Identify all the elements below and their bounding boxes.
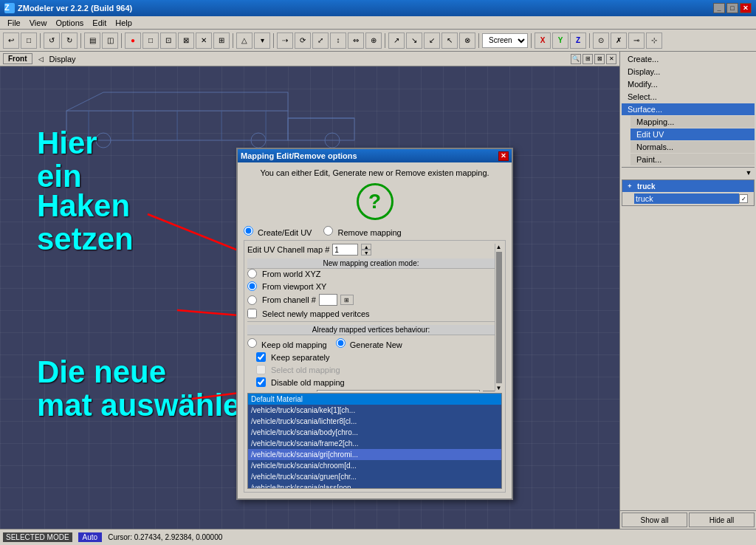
minimize-button[interactable]: _	[713, 3, 725, 13]
toolbar-btn-26[interactable]: ⊸	[628, 32, 645, 49]
force-material-select[interactable]: Default Material	[317, 390, 480, 391]
remove-mapping-radio[interactable]	[323, 226, 333, 236]
keep-separately-checkbox[interactable]	[256, 352, 266, 362]
toolbar-btn-10[interactable]: ✕	[196, 32, 212, 49]
toolbar-btn-1[interactable]: ↩	[3, 32, 19, 49]
material-item-2[interactable]: /vehicle/truck/scania/lichter8[cl...	[248, 416, 501, 427]
toolbar-btn-22[interactable]: ↖	[441, 32, 458, 49]
toolbar-btn-5[interactable]: ▤	[84, 32, 100, 49]
toolbar-btn-8[interactable]: ⊡	[160, 32, 176, 49]
toolbar-btn-12[interactable]: ▾	[254, 32, 270, 49]
channel-spin-up[interactable]: ▲	[361, 244, 371, 250]
toolbar-btn-z[interactable]: Z	[570, 32, 586, 49]
toolbar-btn-27[interactable]: ⊹	[646, 32, 662, 49]
remove-mapping-option[interactable]: Remove mapping	[323, 226, 401, 237]
panel-normals-btn[interactable]: Normals...	[630, 141, 755, 153]
from-chanell-radio[interactable]	[247, 295, 257, 305]
toolbar-btn-2[interactable]: □	[21, 32, 37, 49]
from-viewport-xy-row: From viewport XY	[247, 281, 495, 291]
vp-icon-1[interactable]: ⊞	[583, 54, 593, 64]
create-edit-uv-option[interactable]: Create/Edit UV	[244, 226, 312, 237]
menu-bar: File View Options Edit Help	[0, 16, 756, 30]
toolbar-btn-7[interactable]: □	[142, 32, 159, 49]
from-world-xyz-radio[interactable]	[247, 269, 257, 278]
toolbar-btn-6[interactable]: ◫	[102, 32, 118, 49]
from-viewport-xy-radio[interactable]	[247, 281, 257, 291]
toolbar-btn-16[interactable]: ↕	[330, 32, 346, 49]
create-edit-uv-radio[interactable]	[244, 226, 253, 236]
dialog-close-button[interactable]: ✕	[498, 151, 509, 161]
chanell-btn[interactable]: ⊞	[340, 295, 354, 305]
panel-display-btn[interactable]: Display...	[622, 66, 755, 78]
toolbar-btn-18[interactable]: ⊕	[365, 32, 382, 49]
menu-help[interactable]: Help	[111, 18, 137, 28]
keep-old-option[interactable]: Keep old mapping	[247, 338, 327, 349]
scroll-up-btn[interactable]: ▲	[496, 244, 502, 250]
toolbar-btn-11[interactable]: ⊞	[213, 32, 230, 49]
toolbar-btn-14[interactable]: ⟳	[295, 32, 311, 49]
dialog-scrollbar[interactable]: ▲ ▼	[495, 244, 502, 391]
material-item-1[interactable]: /vehicle/truck/scania/kek[1][ch...	[248, 405, 501, 416]
select-old-checkbox[interactable]	[256, 365, 266, 374]
channel-spin-down[interactable]: ▼	[361, 250, 371, 256]
toolbar-btn-24[interactable]: ⊙	[593, 32, 609, 49]
show-all-button[interactable]: Show all	[622, 513, 687, 527]
tree-item-truck[interactable]: truck ✓	[622, 192, 754, 205]
panel-modify-btn[interactable]: Modify...	[622, 78, 755, 90]
tree-item-checkbox[interactable]: ✓	[739, 194, 748, 203]
material-list[interactable]: Default Material /vehicle/truck/scania/k…	[247, 393, 502, 489]
disable-old-checkbox[interactable]	[256, 377, 266, 387]
menu-edit[interactable]: Edit	[88, 18, 111, 28]
toolbar-btn-triangle[interactable]: △	[236, 32, 252, 49]
screen-dropdown[interactable]: Screen	[482, 33, 528, 48]
toolbar-btn-20[interactable]: ↘	[406, 32, 422, 49]
material-item-5[interactable]: /vehicle/truck/scania/gri[chromi...	[248, 449, 501, 460]
toolbar-btn-3[interactable]: ↺	[44, 32, 60, 49]
maximize-button[interactable]: □	[726, 3, 738, 13]
scroll-down-btn[interactable]: ▼	[496, 385, 502, 391]
generate-new-option[interactable]: Generate New	[336, 338, 402, 349]
toolbar-btn-y[interactable]: Y	[552, 32, 568, 49]
panel-select-btn[interactable]: Select...	[622, 91, 755, 103]
material-item-8[interactable]: /vehicle/truck/scania/glass[non...	[248, 482, 501, 489]
panel-paint-btn[interactable]: Paint...	[630, 154, 755, 165]
toolbar-btn-19[interactable]: ↗	[388, 32, 405, 49]
panel-create-btn[interactable]: Create...	[622, 53, 755, 65]
toolbar-btn-4[interactable]: ↻	[61, 32, 78, 49]
toolbar-separator-4	[233, 33, 233, 48]
panel-surface-btn[interactable]: Surface...	[622, 103, 755, 115]
panel-scroll-down-icon[interactable]: ▼	[744, 169, 753, 176]
material-item-6[interactable]: /vehicle/truck/scania/chroom[d...	[248, 460, 501, 471]
toolbar-btn-13[interactable]: ⇢	[277, 32, 293, 49]
toolbar-btn-red-circle[interactable]: ●	[125, 32, 141, 49]
toolbar-btn-21[interactable]: ↙	[424, 32, 440, 49]
material-item-0[interactable]: Default Material	[248, 394, 501, 405]
vp-search-icon[interactable]: 🔍	[571, 54, 581, 64]
close-button[interactable]: ✕	[740, 3, 752, 13]
hide-all-button[interactable]: Hide all	[689, 513, 755, 527]
force-material-btn[interactable]: ▼	[483, 391, 495, 391]
panel-mapping-btn[interactable]: Mapping...	[630, 116, 755, 128]
toolbar-btn-9[interactable]: ⊠	[178, 32, 194, 49]
toolbar-btn-25[interactable]: ✗	[611, 32, 627, 49]
generate-new-radio[interactable]	[336, 338, 346, 348]
toolbar-btn-23[interactable]: ⊗	[459, 32, 475, 49]
toolbar-btn-17[interactable]: ⇔	[348, 32, 364, 49]
keep-old-radio[interactable]	[247, 338, 257, 348]
toolbar-btn-15[interactable]: ⤢	[312, 32, 329, 49]
menu-options[interactable]: Options	[51, 18, 88, 28]
menu-file[interactable]: File	[3, 18, 25, 28]
material-item-4[interactable]: /vehicle/truck/scania/frame2[ch...	[248, 438, 501, 449]
vp-icon-2[interactable]: ⊠	[594, 54, 605, 64]
tree-expand-icon[interactable]: +	[625, 182, 634, 190]
material-item-3[interactable]: /vehicle/truck/scania/body[chro...	[248, 427, 501, 438]
scroll-thumb[interactable]	[496, 252, 502, 383]
select-newly-checkbox[interactable]	[247, 309, 257, 318]
vp-icon-3[interactable]: ✕	[606, 54, 616, 64]
chanell-number-input[interactable]	[319, 294, 337, 306]
material-item-7[interactable]: /vehicle/truck/scania/gruen[chr...	[248, 471, 501, 482]
channel-value-input[interactable]	[332, 244, 358, 256]
panel-edituv-btn[interactable]: Edit UV	[630, 128, 755, 140]
menu-view[interactable]: View	[25, 18, 52, 28]
toolbar-btn-x[interactable]: X	[535, 32, 551, 49]
